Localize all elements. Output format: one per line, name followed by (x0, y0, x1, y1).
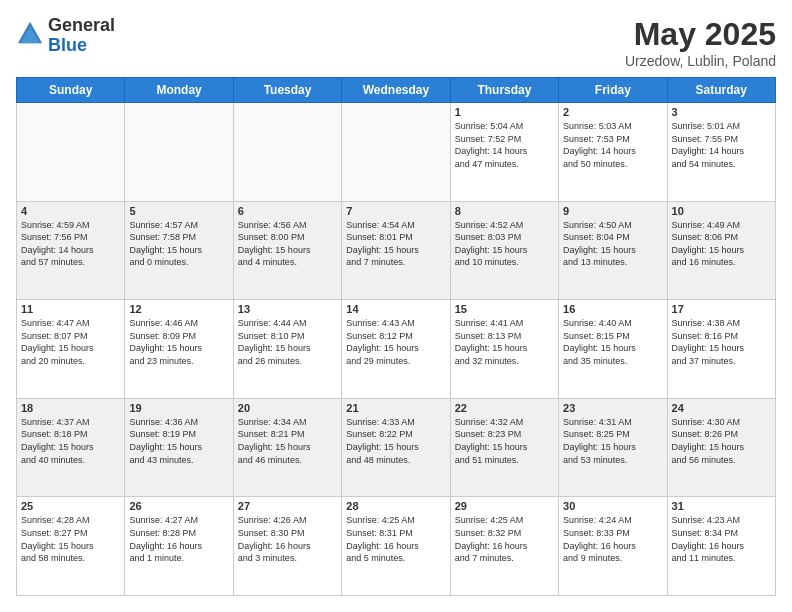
calendar-cell: 27Sunrise: 4:26 AM Sunset: 8:30 PM Dayli… (233, 497, 341, 596)
calendar-cell (342, 103, 450, 202)
calendar-week-2: 4Sunrise: 4:59 AM Sunset: 7:56 PM Daylig… (17, 201, 776, 300)
day-info: Sunrise: 4:44 AM Sunset: 8:10 PM Dayligh… (238, 317, 337, 367)
weekday-friday: Friday (559, 78, 667, 103)
day-number: 15 (455, 303, 554, 315)
day-info: Sunrise: 4:52 AM Sunset: 8:03 PM Dayligh… (455, 219, 554, 269)
day-number: 7 (346, 205, 445, 217)
calendar-week-1: 1Sunrise: 5:04 AM Sunset: 7:52 PM Daylig… (17, 103, 776, 202)
calendar-cell: 12Sunrise: 4:46 AM Sunset: 8:09 PM Dayli… (125, 300, 233, 399)
month-title: May 2025 (625, 16, 776, 53)
day-info: Sunrise: 4:50 AM Sunset: 8:04 PM Dayligh… (563, 219, 662, 269)
day-number: 4 (21, 205, 120, 217)
weekday-saturday: Saturday (667, 78, 775, 103)
day-info: Sunrise: 4:24 AM Sunset: 8:33 PM Dayligh… (563, 514, 662, 564)
day-info: Sunrise: 4:33 AM Sunset: 8:22 PM Dayligh… (346, 416, 445, 466)
calendar-cell: 31Sunrise: 4:23 AM Sunset: 8:34 PM Dayli… (667, 497, 775, 596)
calendar-cell: 2Sunrise: 5:03 AM Sunset: 7:53 PM Daylig… (559, 103, 667, 202)
logo-blue-text: Blue (48, 36, 115, 56)
calendar-cell: 10Sunrise: 4:49 AM Sunset: 8:06 PM Dayli… (667, 201, 775, 300)
day-number: 22 (455, 402, 554, 414)
logo: General Blue (16, 16, 115, 56)
day-info: Sunrise: 4:43 AM Sunset: 8:12 PM Dayligh… (346, 317, 445, 367)
page: General Blue May 2025 Urzedow, Lublin, P… (0, 0, 792, 612)
calendar-header: SundayMondayTuesdayWednesdayThursdayFrid… (17, 78, 776, 103)
calendar-cell: 1Sunrise: 5:04 AM Sunset: 7:52 PM Daylig… (450, 103, 558, 202)
day-info: Sunrise: 4:26 AM Sunset: 8:30 PM Dayligh… (238, 514, 337, 564)
day-info: Sunrise: 4:47 AM Sunset: 8:07 PM Dayligh… (21, 317, 120, 367)
weekday-wednesday: Wednesday (342, 78, 450, 103)
calendar-week-3: 11Sunrise: 4:47 AM Sunset: 8:07 PM Dayli… (17, 300, 776, 399)
day-number: 27 (238, 500, 337, 512)
calendar-cell: 22Sunrise: 4:32 AM Sunset: 8:23 PM Dayli… (450, 398, 558, 497)
day-info: Sunrise: 4:32 AM Sunset: 8:23 PM Dayligh… (455, 416, 554, 466)
day-number: 21 (346, 402, 445, 414)
calendar-cell: 21Sunrise: 4:33 AM Sunset: 8:22 PM Dayli… (342, 398, 450, 497)
day-number: 20 (238, 402, 337, 414)
calendar-cell (233, 103, 341, 202)
day-info: Sunrise: 4:25 AM Sunset: 8:31 PM Dayligh… (346, 514, 445, 564)
calendar-cell: 19Sunrise: 4:36 AM Sunset: 8:19 PM Dayli… (125, 398, 233, 497)
day-info: Sunrise: 4:31 AM Sunset: 8:25 PM Dayligh… (563, 416, 662, 466)
weekday-thursday: Thursday (450, 78, 558, 103)
calendar-cell: 29Sunrise: 4:25 AM Sunset: 8:32 PM Dayli… (450, 497, 558, 596)
day-number: 28 (346, 500, 445, 512)
day-info: Sunrise: 4:37 AM Sunset: 8:18 PM Dayligh… (21, 416, 120, 466)
day-number: 3 (672, 106, 771, 118)
day-number: 17 (672, 303, 771, 315)
day-info: Sunrise: 4:36 AM Sunset: 8:19 PM Dayligh… (129, 416, 228, 466)
day-number: 12 (129, 303, 228, 315)
location: Urzedow, Lublin, Poland (625, 53, 776, 69)
day-info: Sunrise: 4:54 AM Sunset: 8:01 PM Dayligh… (346, 219, 445, 269)
weekday-monday: Monday (125, 78, 233, 103)
weekday-tuesday: Tuesday (233, 78, 341, 103)
calendar-table: SundayMondayTuesdayWednesdayThursdayFrid… (16, 77, 776, 596)
calendar-cell: 17Sunrise: 4:38 AM Sunset: 8:16 PM Dayli… (667, 300, 775, 399)
calendar-cell: 25Sunrise: 4:28 AM Sunset: 8:27 PM Dayli… (17, 497, 125, 596)
calendar-cell: 11Sunrise: 4:47 AM Sunset: 8:07 PM Dayli… (17, 300, 125, 399)
day-info: Sunrise: 4:41 AM Sunset: 8:13 PM Dayligh… (455, 317, 554, 367)
calendar-cell: 13Sunrise: 4:44 AM Sunset: 8:10 PM Dayli… (233, 300, 341, 399)
logo-icon (16, 20, 44, 48)
day-info: Sunrise: 5:03 AM Sunset: 7:53 PM Dayligh… (563, 120, 662, 170)
day-number: 23 (563, 402, 662, 414)
day-number: 16 (563, 303, 662, 315)
weekday-sunday: Sunday (17, 78, 125, 103)
calendar-cell: 18Sunrise: 4:37 AM Sunset: 8:18 PM Dayli… (17, 398, 125, 497)
day-number: 2 (563, 106, 662, 118)
day-info: Sunrise: 4:34 AM Sunset: 8:21 PM Dayligh… (238, 416, 337, 466)
calendar-cell: 6Sunrise: 4:56 AM Sunset: 8:00 PM Daylig… (233, 201, 341, 300)
day-number: 1 (455, 106, 554, 118)
day-info: Sunrise: 4:30 AM Sunset: 8:26 PM Dayligh… (672, 416, 771, 466)
day-info: Sunrise: 4:27 AM Sunset: 8:28 PM Dayligh… (129, 514, 228, 564)
day-info: Sunrise: 4:28 AM Sunset: 8:27 PM Dayligh… (21, 514, 120, 564)
day-info: Sunrise: 4:57 AM Sunset: 7:58 PM Dayligh… (129, 219, 228, 269)
calendar-cell: 16Sunrise: 4:40 AM Sunset: 8:15 PM Dayli… (559, 300, 667, 399)
calendar-cell: 14Sunrise: 4:43 AM Sunset: 8:12 PM Dayli… (342, 300, 450, 399)
day-number: 13 (238, 303, 337, 315)
calendar-week-5: 25Sunrise: 4:28 AM Sunset: 8:27 PM Dayli… (17, 497, 776, 596)
day-number: 10 (672, 205, 771, 217)
calendar-cell: 20Sunrise: 4:34 AM Sunset: 8:21 PM Dayli… (233, 398, 341, 497)
day-number: 30 (563, 500, 662, 512)
day-info: Sunrise: 4:40 AM Sunset: 8:15 PM Dayligh… (563, 317, 662, 367)
calendar-cell (17, 103, 125, 202)
day-number: 31 (672, 500, 771, 512)
day-info: Sunrise: 4:59 AM Sunset: 7:56 PM Dayligh… (21, 219, 120, 269)
day-info: Sunrise: 5:04 AM Sunset: 7:52 PM Dayligh… (455, 120, 554, 170)
calendar-week-4: 18Sunrise: 4:37 AM Sunset: 8:18 PM Dayli… (17, 398, 776, 497)
calendar-cell: 4Sunrise: 4:59 AM Sunset: 7:56 PM Daylig… (17, 201, 125, 300)
day-info: Sunrise: 4:46 AM Sunset: 8:09 PM Dayligh… (129, 317, 228, 367)
logo-text: General Blue (48, 16, 115, 56)
calendar-cell: 8Sunrise: 4:52 AM Sunset: 8:03 PM Daylig… (450, 201, 558, 300)
day-number: 14 (346, 303, 445, 315)
calendar-cell: 7Sunrise: 4:54 AM Sunset: 8:01 PM Daylig… (342, 201, 450, 300)
day-number: 19 (129, 402, 228, 414)
day-number: 6 (238, 205, 337, 217)
day-number: 25 (21, 500, 120, 512)
header: General Blue May 2025 Urzedow, Lublin, P… (16, 16, 776, 69)
day-number: 5 (129, 205, 228, 217)
day-info: Sunrise: 5:01 AM Sunset: 7:55 PM Dayligh… (672, 120, 771, 170)
day-number: 26 (129, 500, 228, 512)
day-number: 8 (455, 205, 554, 217)
day-info: Sunrise: 4:56 AM Sunset: 8:00 PM Dayligh… (238, 219, 337, 269)
